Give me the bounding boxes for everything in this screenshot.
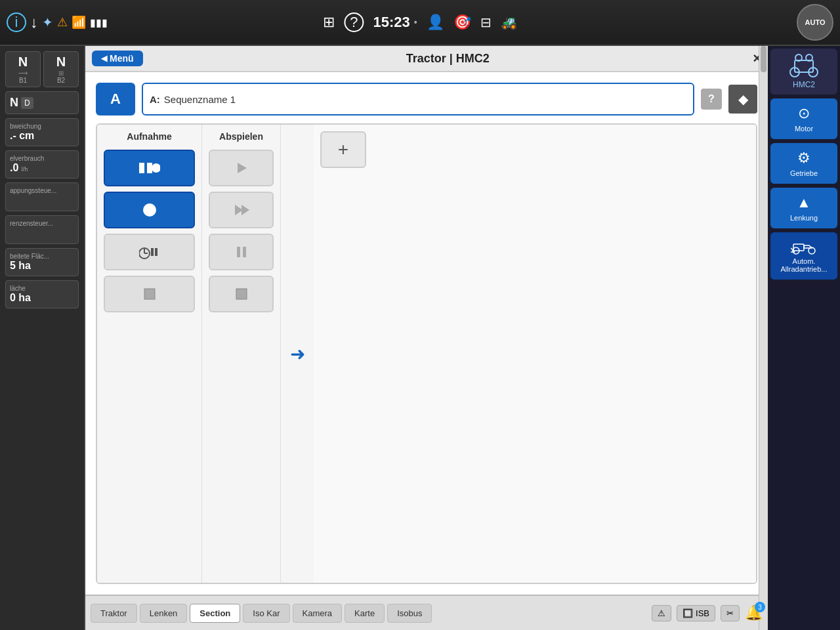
tab-karte[interactable]: Karte	[345, 604, 385, 623]
sequence-name-input[interactable]	[164, 94, 686, 105]
settings-grid-icon[interactable]: ⊟	[480, 14, 492, 30]
right-sidebar: HMC2 ⊙ Motor ⚙ Getriebe ▲ Lenkung	[768, 46, 840, 630]
allrad-button[interactable]: Autom. Allradantrieb...	[770, 232, 837, 280]
sequence-input-wrap: A:	[142, 83, 694, 116]
info-icon[interactable]: i	[7, 12, 26, 32]
svg-marker-24	[804, 245, 812, 248]
seq-help-button[interactable]: ?	[701, 89, 722, 110]
abspielen-header: Abspielen	[209, 131, 274, 144]
menu-button[interactable]: Menü	[92, 51, 143, 66]
add-step-button[interactable]: +	[320, 131, 366, 168]
scroll-indicator[interactable]	[759, 46, 768, 630]
hmc2-label: HMC2	[793, 80, 815, 89]
flaeche-block: beitete Fläc... 5 ha	[5, 248, 79, 276]
aufnahme-stop-button[interactable]	[104, 276, 195, 312]
hmc-content: A A: ? ◆ Aufnahme	[85, 72, 768, 595]
time-dot: •	[414, 17, 417, 28]
center-panel: Menü Tractor | HMC2 × A A: ? ◆	[85, 46, 768, 630]
flaeche2-block: läche 0 ha	[5, 280, 79, 308]
sequence-header: A A: ? ◆	[96, 83, 757, 116]
hmc2-icon	[788, 54, 820, 77]
grenzen-block: renzensteuer...	[5, 215, 79, 244]
window-title: Tractor | HMC2	[150, 52, 747, 66]
tab-isobus[interactable]: Isobus	[387, 604, 432, 623]
allrad-label: Autom. Allradantrieb...	[781, 257, 828, 273]
window-chrome: Menü Tractor | HMC2 ×	[85, 46, 768, 72]
lenkung-label: Lenkung	[790, 214, 818, 222]
record-button[interactable]	[104, 192, 195, 228]
motor-button[interactable]: ⊙ Motor	[770, 98, 837, 139]
abspielen-stop-button[interactable]	[209, 276, 274, 312]
svg-rect-14	[243, 247, 246, 257]
abspielen-column: Abspielen	[202, 125, 281, 583]
getriebe-button[interactable]: ⚙ Getriebe	[770, 143, 837, 184]
svg-point-3	[143, 203, 156, 217]
satellite-icon: ✦	[42, 14, 53, 30]
allrad-icon	[791, 239, 817, 255]
svg-rect-15	[236, 289, 247, 299]
svg-rect-1	[147, 163, 152, 173]
speedometer-icon[interactable]: 🎯	[453, 14, 471, 31]
bottom-status-icons: ⚠ 🔲 ISB ✂ 🔔 3	[652, 604, 763, 621]
lenkung-button[interactable]: ▲ Lenkung	[770, 188, 837, 228]
auto-button[interactable]: AUTO	[797, 4, 833, 41]
top-bar-right: AUTO	[797, 4, 833, 41]
user-icon[interactable]: 👤	[427, 14, 444, 31]
getriebe-icon: ⚙	[797, 150, 810, 167]
aufnahme-header: Aufnahme	[104, 131, 195, 144]
signal-icon: ▮▮▮	[90, 16, 108, 29]
tab-kamera[interactable]: Kamera	[293, 604, 343, 623]
svg-rect-13	[237, 247, 240, 257]
svg-rect-8	[155, 248, 158, 256]
kupplung-block: appungssteue...	[5, 182, 79, 211]
seq-diamond-button[interactable]: ◆	[728, 85, 757, 114]
tab-traktor[interactable]: Traktor	[91, 604, 137, 623]
scroll-thumb	[761, 46, 766, 72]
seq-prefix: A:	[150, 94, 160, 105]
b1-b2-row: N ⟶ B1 N ⊞ B2	[5, 51, 79, 87]
play-button[interactable]	[209, 150, 274, 186]
step-forward-button[interactable]	[209, 192, 274, 228]
help-circle-icon[interactable]: ?	[344, 12, 364, 32]
hmc2-widget: HMC2	[770, 49, 837, 94]
notification-count: 3	[755, 602, 765, 612]
grid-icon[interactable]: ⊞	[323, 14, 335, 31]
warning-icon: ⚠	[57, 15, 68, 30]
rec-mode-button[interactable]	[104, 150, 195, 186]
lenkung-icon: ▲	[797, 194, 811, 211]
left-sidebar: N ⟶ B1 N ⊞ B2 N D bweichung .- cm elverb…	[0, 46, 85, 630]
arrow-right-icon: ➜	[290, 343, 305, 365]
wifi-icon: 📶	[72, 15, 86, 30]
d-label: D	[21, 97, 33, 109]
tab-lenken[interactable]: Lenken	[140, 604, 188, 623]
notification-bell-button[interactable]: 🔔 3	[745, 604, 763, 621]
sequence-a-button[interactable]: A	[96, 83, 135, 116]
cut-status-btn[interactable]: ✂	[721, 605, 740, 621]
tractor-icon[interactable]: 🚜	[501, 14, 517, 30]
time-display: 15:23 •	[373, 14, 417, 31]
controls-area: Aufnahme	[96, 123, 757, 584]
tab-section[interactable]: Section	[190, 604, 240, 623]
abweichung-block: bweichung .- cm	[5, 118, 79, 146]
top-bar-center: ⊞ ? 15:23 • 👤 🎯 ⊟ 🚜	[323, 12, 516, 32]
arrow-connector[interactable]: ➜	[281, 125, 314, 583]
abspielen-pause-button[interactable]	[209, 234, 274, 270]
download-icon: ↓	[30, 13, 38, 32]
isb-status-btn[interactable]: 🔲 ISB	[677, 605, 715, 621]
svg-point-2	[152, 163, 160, 173]
svg-marker-12	[242, 205, 249, 215]
time-value: 15:23	[373, 14, 410, 31]
svg-rect-18	[795, 60, 813, 72]
aufnahme-column: Aufnahme	[97, 125, 202, 583]
b2-instrument: N ⊞ B2	[43, 51, 79, 87]
sequence-area: +	[314, 125, 756, 583]
svg-rect-0	[139, 163, 144, 173]
warning-status-btn[interactable]: ⚠	[652, 605, 671, 621]
tab-iso-kar[interactable]: Iso Kar	[243, 604, 289, 623]
timer-pause-button[interactable]	[104, 234, 195, 270]
bottom-tabs: Traktor Lenken Section Iso Kar Kamera Ka…	[85, 595, 768, 630]
svg-rect-7	[151, 248, 154, 256]
b1-instrument: N ⟶ B1	[5, 51, 41, 87]
main-area: N ⟶ B1 N ⊞ B2 N D bweichung .- cm elverb…	[0, 46, 840, 630]
getriebe-label: Getriebe	[790, 169, 818, 177]
